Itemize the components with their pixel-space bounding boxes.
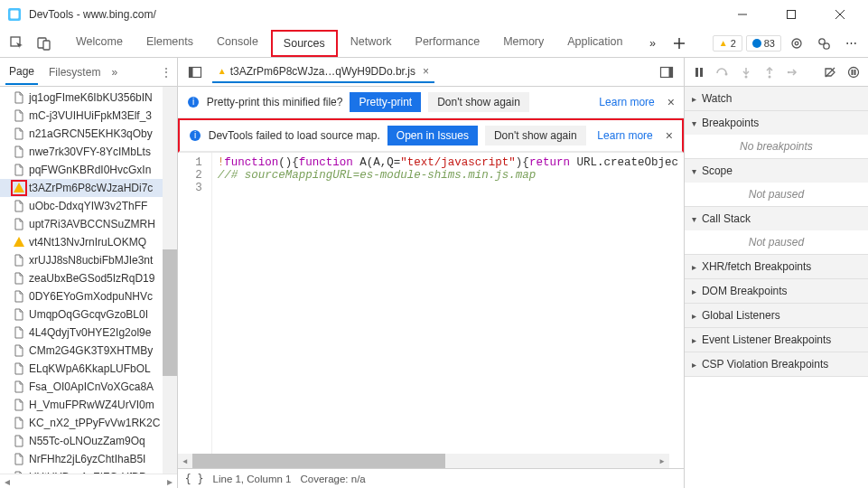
code-token: A(A,Q= (353, 156, 401, 169)
warn-triangle-icon (13, 236, 25, 249)
pause-on-exceptions-icon[interactable] (845, 63, 863, 81)
svg-rect-23 (695, 68, 698, 77)
file-icon (13, 91, 25, 104)
tab-sources[interactable]: Sources (271, 30, 338, 57)
dont-show-button[interactable]: Don't show again (428, 92, 529, 112)
step-out-icon[interactable] (761, 63, 779, 81)
toggle-debugger-icon[interactable] (655, 61, 678, 84)
file-item[interactable]: xrUJJ8sN8ucbiFbMJIe3nt (0, 251, 177, 269)
tab-elements[interactable]: Elements (135, 30, 204, 57)
file-item[interactable]: 0DY6EYoGmXodpuNHVc (0, 287, 177, 305)
file-item[interactable]: H_VmuFPRwWZ4UrVI0m (0, 396, 177, 414)
scrollbar-thumb[interactable] (163, 249, 177, 376)
svg-rect-8 (43, 41, 50, 50)
file-item[interactable]: pqFWGnKBRdI0HvcGxIn (0, 161, 177, 179)
file-icon (13, 109, 25, 122)
event-listener-section[interactable]: Event Listener Breakpoints (685, 328, 868, 352)
editor-hscroll[interactable]: ◂▸ (178, 454, 669, 468)
step-icon[interactable] (784, 63, 802, 81)
file-item[interactable]: t3AZrPm6P8cWJzaHDi7c (0, 179, 177, 197)
minimize-button[interactable] (722, 1, 763, 28)
code-body[interactable]: !function(){function A(A,Q="text/javascr… (212, 153, 684, 468)
step-over-icon[interactable] (714, 63, 732, 81)
pretty-print-button[interactable]: Pretty-print (350, 92, 421, 112)
more-tabs-icon[interactable]: » (640, 32, 664, 55)
file-icon (13, 435, 25, 447)
inspect-icon[interactable] (5, 32, 29, 55)
tab-performance[interactable]: Performance (405, 30, 491, 57)
file-item[interactable]: NrFHhz2jL6yzChtIhaB5I (0, 450, 177, 468)
panel-tabs: Welcome Elements Console Sources Network… (65, 30, 633, 57)
code-editor[interactable]: 1 2 3 !function(){function A(A,Q="text/j… (178, 153, 684, 468)
source-map-text: DevTools failed to load source map. (209, 129, 380, 142)
dont-show-button-2[interactable]: Don't show again (485, 126, 586, 145)
file-item[interactable]: zeaUbxBeGSod5IzRqD19 (0, 269, 177, 287)
file-label: mC-j3VUIHUiFpkM3Elf_3 (29, 109, 152, 122)
watch-section[interactable]: Watch (685, 87, 868, 111)
tab-network[interactable]: Network (340, 30, 403, 57)
warnings-badge[interactable]: ▲2 (713, 35, 742, 52)
file-item[interactable]: uObc-DdxqYIW3v2ThFF (0, 197, 177, 215)
navtab-more-icon[interactable]: » (111, 66, 117, 79)
tab-application[interactable]: Application (556, 30, 633, 57)
window-controls (722, 1, 861, 28)
tab-memory[interactable]: Memory (492, 30, 555, 57)
tab-console[interactable]: Console (206, 30, 269, 57)
editor-tab-close-icon[interactable]: × (423, 65, 429, 78)
file-item[interactable]: UmqpOqGGcqvGzoBL0I (0, 305, 177, 324)
file-item[interactable]: n21aGRCN5EKHK3qOby (0, 125, 177, 143)
feedback-icon[interactable] (812, 32, 835, 55)
settings-gear-icon[interactable] (785, 32, 808, 55)
svg-point-12 (795, 42, 798, 45)
kebab-menu-icon[interactable]: ⋯ (839, 32, 863, 55)
open-in-issues-button[interactable]: Open in Issues (387, 126, 478, 145)
file-item[interactable]: Fsa_OI0ApICnVoXGca8A (0, 378, 177, 396)
navtab-filesystem[interactable]: Filesystem (45, 61, 104, 84)
file-label: vt4Nt13NvJrnIruLOKMQ (29, 236, 146, 249)
xhr-section[interactable]: XHR/fetch Breakpoints (685, 255, 868, 279)
tab-welcome[interactable]: Welcome (65, 30, 134, 57)
file-item[interactable]: upt7Ri3AVBCCNSuZMRH (0, 215, 177, 233)
file-item[interactable]: vt4Nt13NvJrnIruLOKMQ (0, 233, 177, 251)
file-item[interactable]: N55Tc-oLNOuzZam9Oq (0, 432, 177, 450)
learn-more-link-2[interactable]: Learn more (597, 129, 652, 142)
device-icon[interactable] (33, 32, 56, 55)
file-item[interactable]: CMm2G4GK3T9XHTMBy (0, 342, 177, 360)
navtab-kebab-icon[interactable]: ⋮ (161, 66, 172, 79)
section-label: Scope (702, 164, 733, 177)
close-button[interactable] (819, 1, 861, 28)
deactivate-breakpoints-icon[interactable] (821, 63, 839, 81)
notice1-close-icon[interactable]: × (667, 95, 675, 109)
editor-tab[interactable]: ▲ t3AZrPm6P8cWJza…qWyH9DDo.br.js × (212, 61, 434, 83)
hscroll-left-arrow[interactable]: ◂ (0, 474, 14, 488)
notice2-close-icon[interactable]: × (666, 128, 673, 143)
global-listeners-section[interactable]: Global Listeners (685, 304, 868, 328)
file-item[interactable]: nwe7rk30VFY-8YcIMbLts (0, 143, 177, 161)
file-item[interactable]: jq1ogFImeK6IbKU356bIN (0, 89, 177, 107)
braces-icon[interactable]: { } (185, 473, 204, 485)
file-label: Fsa_OI0ApICnVoXGca8A (29, 380, 154, 393)
toggle-nav-icon[interactable] (183, 61, 207, 84)
svg-point-33 (849, 67, 859, 77)
line-num: 1 (182, 156, 202, 169)
learn-more-link[interactable]: Learn more (599, 96, 654, 108)
issues-badge[interactable]: 83 (746, 35, 781, 52)
navtab-page[interactable]: Page (5, 60, 38, 85)
dom-section[interactable]: DOM Breakpoints (685, 279, 868, 304)
file-item[interactable]: KC_nX2_tPPyFvVw1RK2C (0, 414, 177, 432)
code-token: ){ (516, 156, 529, 169)
hscroll-right-arrow[interactable]: ▸ (163, 474, 177, 488)
maximize-button[interactable] (770, 1, 812, 28)
section-label: DOM Breakpoints (702, 285, 788, 297)
file-item[interactable]: 4L4QdyjTv0HYE2Ig2ol9e (0, 324, 177, 342)
file-label: upt7Ri3AVBCCNSuZMRH (29, 218, 155, 230)
file-item[interactable]: ELqKWpA6KkapLUFbOL (0, 360, 177, 378)
file-item[interactable]: mC-j3VUIHUiFpkM3Elf_3 (0, 107, 177, 125)
svg-rect-16 (189, 67, 192, 77)
csp-section[interactable]: CSP Violation Breakpoints (685, 352, 868, 377)
svg-text:i: i (192, 97, 194, 107)
pause-icon[interactable] (690, 63, 708, 81)
add-tab-icon[interactable] (667, 32, 691, 55)
step-into-icon[interactable] (737, 63, 755, 81)
warn-triangle-icon (13, 182, 25, 194)
